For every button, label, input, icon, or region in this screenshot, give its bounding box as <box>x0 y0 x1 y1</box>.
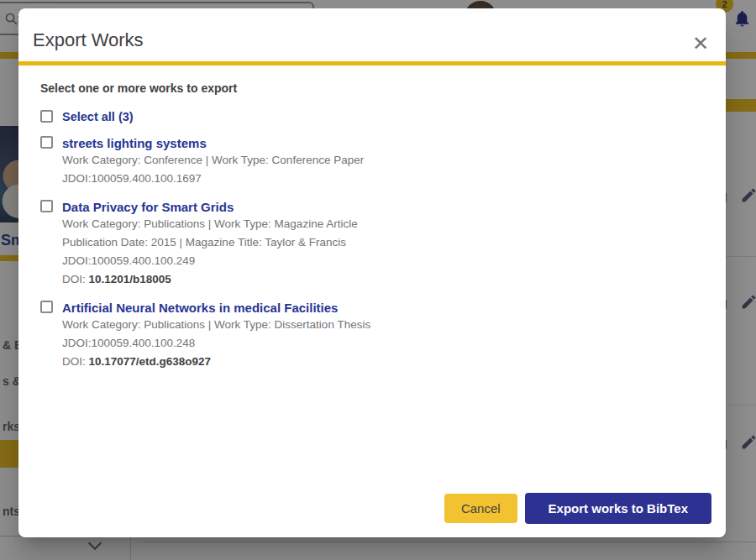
export-bibtex-button[interactable]: Export works to BibTex <box>525 493 711 524</box>
doi-label: DOI: <box>62 273 89 285</box>
work-jdoi: JDOI:100059.400.100.1697 <box>62 170 364 188</box>
select-all-label[interactable]: Select all (3) <box>62 109 134 124</box>
close-button[interactable]: ✕ <box>687 30 714 57</box>
work-doi: DOI: 10.17077/etd.g638o927 <box>62 353 370 371</box>
work-meta: Work Category: Conference | Work Type: C… <box>62 151 364 170</box>
work-checkbox[interactable] <box>40 136 53 149</box>
work-meta: Work Category: Publications | Work Type:… <box>62 215 358 233</box>
work-jdoi: JDOI:100059.400.100.249 <box>62 252 358 270</box>
work-title[interactable]: streets lighting systems <box>62 135 364 151</box>
cancel-button[interactable]: Cancel <box>444 494 517 523</box>
work-item: Artificial Neural Networks in medical Fa… <box>40 300 704 371</box>
work-checkbox[interactable] <box>40 200 53 212</box>
work-item: Data Privacy for Smart Grids Work Catego… <box>40 199 704 289</box>
work-checkbox[interactable] <box>40 301 53 313</box>
doi-value: 10.1201/b18005 <box>89 273 171 285</box>
work-body: streets lighting systems Work Category: … <box>62 135 364 188</box>
dialog-header: Export Works ✕ <box>18 8 726 61</box>
page: Search 2 Smi & Ed s & rks nts <box>0 0 756 560</box>
work-body: Artificial Neural Networks in medical Fa… <box>62 300 370 371</box>
work-meta: Work Category: Publications | Work Type:… <box>62 316 370 334</box>
work-meta: Publication Date: 2015 | Magazine Title:… <box>62 233 358 252</box>
dialog-subtitle: Select one or more works to export <box>40 81 704 95</box>
work-jdoi: JDOI:100059.400.100.248 <box>62 334 370 353</box>
doi-label: DOI: <box>62 355 89 368</box>
export-works-dialog: Export Works ✕ Select one or more works … <box>18 8 726 537</box>
doi-value: 10.17077/etd.g638o927 <box>89 355 212 368</box>
work-title[interactable]: Artificial Neural Networks in medical Fa… <box>62 300 370 316</box>
work-item: streets lighting systems Work Category: … <box>40 135 704 188</box>
select-all-row: Select all (3) <box>40 109 704 124</box>
dialog-footer: Cancel Export works to BibTex <box>444 493 711 524</box>
work-body: Data Privacy for Smart Grids Work Catego… <box>62 199 358 289</box>
dialog-title: Export Works <box>33 29 712 51</box>
work-doi: DOI: 10.1201/b18005 <box>62 270 358 289</box>
work-title[interactable]: Data Privacy for Smart Grids <box>62 199 358 215</box>
close-icon: ✕ <box>692 32 709 55</box>
select-all-checkbox[interactable] <box>40 110 53 123</box>
dialog-body: Select one or more works to export Selec… <box>18 65 726 371</box>
